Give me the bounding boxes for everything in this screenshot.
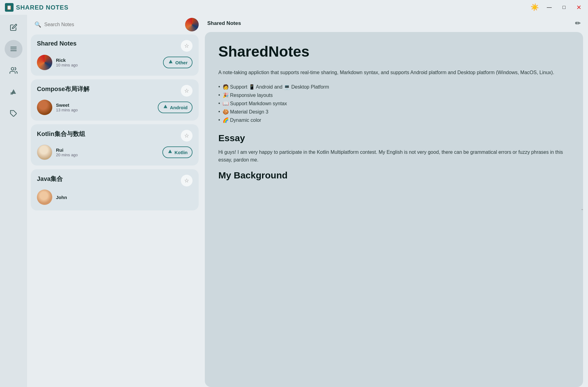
minimize-button[interactable]: — — [545, 3, 554, 12]
content-header: Shared Notes ✏ — [205, 15, 583, 32]
author-name-2: Sweet — [56, 102, 154, 108]
tag-label-2: Android — [170, 105, 188, 110]
author-avatar-1 — [37, 55, 52, 70]
feature-item-3: 📖 Support Markdown syntax — [218, 99, 570, 108]
tag-badge-3[interactable]: Kotlin — [162, 146, 193, 158]
feature-item-4: 🍪 Material Design 3 — [218, 108, 570, 116]
note-title-1: Shared Notes — [37, 40, 77, 47]
app-logo: 📋 SHARED NOTES — [5, 3, 69, 12]
content-body: SharedNotes A note-taking appliction tha… — [205, 32, 583, 387]
content-panel: Shared Notes ✏ SharedNotes A note-taking… — [202, 15, 588, 387]
star-button-4[interactable]: ☆ — [181, 175, 193, 186]
window-controls: ☀️ — □ ✕ — [530, 3, 583, 12]
svg-point-3 — [11, 67, 14, 70]
tag-badge-icon-2 — [163, 104, 168, 111]
star-button-2[interactable]: ☆ — [181, 85, 193, 97]
search-bar: 🔍 — [31, 15, 199, 34]
note-title-3: Kotlin集合与数组 — [37, 130, 85, 138]
star-button-1[interactable]: ☆ — [181, 40, 193, 52]
content-description: A note-taking appliction that supports r… — [218, 69, 570, 77]
feature-list: 🧑 Support 📱 Android and 💻 Desktop Platfo… — [218, 83, 570, 124]
author-name-1: Rick — [56, 58, 159, 63]
theme-icon[interactable]: ☀️ — [530, 3, 539, 11]
tag-badge-2[interactable]: Android — [158, 102, 193, 113]
scroll-arrow: ← — [581, 207, 583, 212]
svg-rect-5 — [10, 92, 13, 95]
svg-marker-9 — [164, 105, 167, 108]
notes-panel: 🔍 Shared Notes ☆ Rick 10 mins ago — [27, 15, 202, 387]
close-button[interactable]: ✕ — [574, 3, 583, 12]
note-card-4[interactable]: Java集合 ☆ John — [31, 169, 199, 210]
author-name-4: John — [56, 195, 193, 200]
sidebar-item-notes[interactable] — [5, 40, 22, 58]
sidebar — [0, 15, 27, 387]
sidebar-item-tags[interactable] — [5, 105, 22, 122]
note-title-4: Java集合 — [37, 175, 63, 183]
tag-badge-1[interactable]: Other — [163, 57, 193, 68]
background-title: My Background — [218, 170, 570, 181]
user-avatar[interactable] — [185, 18, 199, 31]
note-card-2[interactable]: Compose布局详解 ☆ Sweet 13 mins ago Android — [31, 79, 199, 121]
note-card-1[interactable]: Shared Notes ☆ Rick 10 mins ago Ot — [31, 34, 199, 76]
feature-item-1: 🧑 Support 📱 Android and 💻 Desktop Platfo… — [218, 83, 570, 91]
note-time-3: 20 mins ago — [56, 153, 159, 157]
sidebar-item-edit[interactable] — [5, 18, 22, 36]
essay-title: Essay — [218, 133, 570, 143]
essay-body: Hi guys! I am very happy to participate … — [218, 148, 570, 164]
content-main-title: SharedNotes — [218, 43, 570, 60]
app-title: SHARED NOTES — [16, 4, 69, 11]
author-name-3: Rui — [56, 147, 159, 153]
tag-label-1: Other — [175, 60, 188, 65]
tag-label-3: Kotlin — [175, 150, 188, 155]
maximize-button[interactable]: □ — [560, 3, 568, 12]
note-time-1: 10 mins ago — [56, 63, 159, 67]
note-time-2: 13 mins ago — [56, 108, 154, 112]
tag-badge-icon-1 — [168, 59, 173, 66]
author-avatar-4 — [37, 190, 52, 205]
tag-badge-icon-3 — [167, 149, 173, 156]
star-button-3[interactable]: ☆ — [181, 130, 193, 142]
note-card-3[interactable]: Kotlin集合与数组 ☆ Rui 20 mins ago Kotlin — [31, 124, 199, 166]
search-icon: 🔍 — [34, 21, 41, 28]
note-title-2: Compose布局详解 — [37, 85, 89, 93]
author-avatar-2 — [37, 100, 52, 115]
search-box[interactable]: 🔍 — [31, 19, 182, 30]
app-body: 🔍 Shared Notes ☆ Rick 10 mins ago — [0, 15, 588, 387]
sidebar-item-shapes[interactable] — [5, 83, 22, 101]
title-bar: 📋 SHARED NOTES ☀️ — □ ✕ — [0, 0, 588, 15]
content-header-title: Shared Notes — [207, 20, 241, 26]
feature-item-2: 🎉 Responsive layouts — [218, 91, 570, 99]
svg-marker-10 — [168, 150, 172, 153]
feature-item-5: 🌈 Dynamic color — [218, 116, 570, 124]
svg-rect-8 — [169, 62, 171, 64]
logo-icon: 📋 — [5, 3, 14, 12]
content-edit-button[interactable]: ✏ — [575, 19, 581, 27]
author-avatar-3 — [37, 145, 52, 160]
search-input[interactable] — [44, 22, 178, 27]
sidebar-item-people[interactable] — [5, 62, 22, 79]
